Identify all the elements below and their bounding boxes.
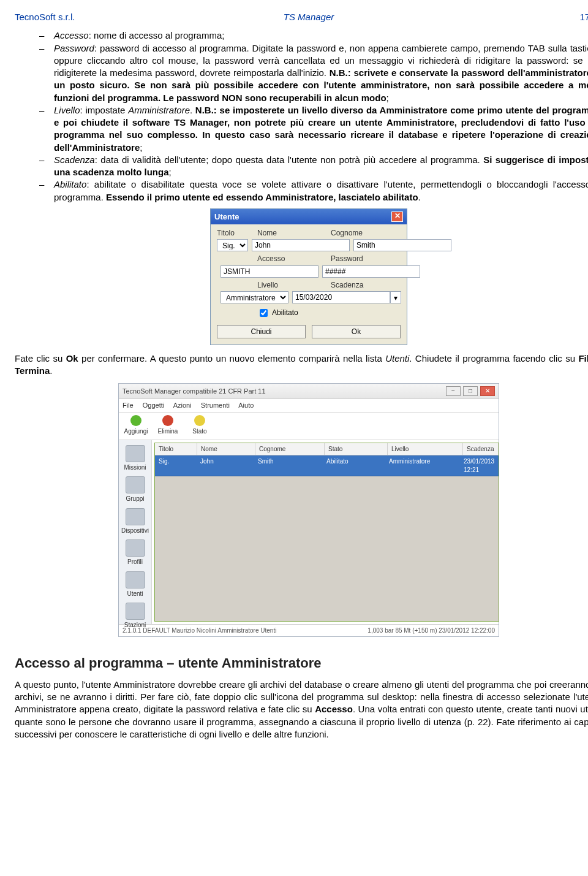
feature-list: Accesso: nome di accesso al programma; P…	[15, 29, 588, 204]
bullet-livello-text3: ;	[140, 142, 142, 153]
bullet-accesso-term: Accesso	[54, 30, 89, 40]
bullet-livello: Livello: impostate Amministratore. N.B.:…	[39, 104, 588, 154]
bullet-scadenza-text2: ;	[169, 167, 172, 177]
label-scadenza: Scadenza	[331, 280, 401, 290]
bullet-scadenza: Scadenza: data di validità dell'utente; …	[39, 154, 588, 179]
nome-field[interactable]	[252, 239, 350, 251]
app-window: TecnoSoft Manager compatibile 21 CFR Par…	[118, 383, 499, 637]
state-icon	[194, 415, 205, 426]
grid-col-stato[interactable]: Stato	[325, 443, 388, 455]
grid-col-nome[interactable]: Nome	[197, 443, 255, 455]
p-text3: . Chiudete il programma facendo clic su	[409, 353, 578, 364]
bullet-livello-text2: .	[190, 105, 195, 115]
calendar-icon[interactable]: ▾	[390, 291, 401, 303]
abilitato-text: Abilitato	[272, 308, 298, 318]
cell-stato: Abilitato	[323, 455, 385, 476]
app-titlebar[interactable]: TecnoSoft Manager compatibile 21 CFR Par…	[119, 384, 499, 399]
p-text4: .	[50, 365, 52, 376]
sidebar-label-missioni: Missioni	[124, 463, 146, 472]
toolbar-add-label: Aggiungi	[124, 427, 148, 436]
toolbar-state-label: Stato	[192, 427, 206, 436]
app-title-text: TecnoSoft Manager compatibile 21 CFR Par…	[123, 387, 266, 396]
password-field[interactable]	[322, 265, 420, 278]
livello-select[interactable]: Amministratore	[221, 291, 288, 303]
app-body: Missioni Gruppi Dispositivi Profili Uten…	[119, 440, 499, 624]
scadenza-field[interactable]	[292, 291, 390, 303]
app-grid: Titolo Nome Cognome Stato Livello Scaden…	[154, 443, 499, 622]
label-cognome: Cognome	[331, 228, 401, 238]
menu-azioni[interactable]: Azioni	[173, 402, 192, 409]
toolbar-state[interactable]: Stato	[186, 415, 213, 436]
titolo-select[interactable]: Sig.	[217, 239, 248, 251]
window-buttons: − □ ✕	[446, 386, 495, 396]
abilitato-checkbox[interactable]	[260, 309, 268, 317]
header-left: TecnoSoft s.r.l.	[15, 11, 211, 23]
cell-titolo: Sig.	[155, 455, 197, 476]
sidebar-label-utenti: Utenti	[127, 590, 143, 598]
cell-scadenza: 23/01/2013 12:21	[460, 455, 498, 476]
status-left: 2.1.0.1 DEFAULT Maurizio Nicolini Ammini…	[123, 627, 276, 635]
cell-nome: John	[197, 455, 254, 476]
bullet-abilitato-nb: Essendo il primo utente ed essendo Ammin…	[106, 192, 418, 202]
bullet-abilitato-text2: .	[418, 192, 421, 202]
toolbar-del-label: Elimina	[158, 427, 178, 436]
sidebar-item-missioni[interactable]: Missioni	[121, 445, 149, 472]
sidebar-item-dispositivi[interactable]: Dispositivi	[121, 508, 149, 535]
menu-strumenti[interactable]: Strumenti	[201, 402, 230, 409]
stazioni-icon	[126, 603, 145, 620]
label-password: Password	[331, 254, 401, 264]
menu-file[interactable]: File	[123, 402, 134, 409]
sidebar-label-dispositivi: Dispositivi	[121, 527, 149, 535]
bullet-livello-admin: Amministratore	[128, 105, 190, 115]
p-utenti: Utenti	[385, 353, 409, 364]
sidebar-item-stazioni[interactable]: Stazioni	[121, 603, 149, 630]
bullet-livello-term: Livello	[54, 105, 80, 115]
menu-oggetti[interactable]: Oggetti	[143, 402, 164, 409]
status-right: 1,003 bar 85 Mt (+150 m) 23/01/2012 12:2…	[368, 627, 495, 635]
label-accesso: Accesso	[257, 254, 327, 264]
chiudi-button[interactable]: Chiudi	[217, 325, 306, 338]
confirm-paragraph: Fate clic su Ok per confermare. A questo…	[15, 352, 588, 378]
header-right: 17/62	[407, 11, 588, 23]
toolbar-add[interactable]: Aggiungi	[123, 415, 149, 436]
sp-accesso: Accesso	[315, 704, 353, 714]
bullet-password-term: Password	[54, 43, 94, 53]
accesso-field[interactable]	[221, 265, 318, 278]
p-ok: Ok	[66, 353, 78, 364]
section-paragraph: A questo punto, l'utente Amministratore …	[15, 679, 588, 741]
table-row[interactable]: Sig. John Smith Abilitato Amministratore…	[155, 455, 498, 476]
bullet-scadenza-term: Scadenza	[54, 154, 95, 165]
cognome-field[interactable]	[353, 239, 451, 251]
sidebar-item-gruppi[interactable]: Gruppi	[121, 476, 149, 503]
bullet-livello-text1: : impostate	[80, 105, 129, 115]
minimize-icon[interactable]: −	[446, 386, 461, 396]
label-titolo: Titolo	[217, 228, 254, 238]
maximize-icon[interactable]: □	[463, 386, 478, 396]
grid-col-livello[interactable]: Livello	[388, 443, 463, 455]
label-nome: Nome	[257, 228, 327, 238]
cell-cognome: Smith	[254, 455, 323, 476]
grid-col-titolo[interactable]: Titolo	[155, 443, 197, 455]
menu-aiuto[interactable]: Aiuto	[238, 402, 254, 409]
close-window-icon[interactable]: ✕	[480, 386, 495, 396]
p-text2: per confermare. A questo punto un nuovo …	[78, 353, 385, 364]
dialog-titlebar[interactable]: Utente ✕	[211, 209, 407, 225]
grid-col-cognome[interactable]: Cognome	[255, 443, 325, 455]
label-livello: Livello	[257, 280, 327, 290]
ok-button[interactable]: Ok	[312, 325, 401, 338]
dialog-title-text: Utente	[214, 211, 239, 223]
bullet-accesso-text: : nome di accesso al programma;	[89, 30, 225, 40]
sidebar-item-utenti[interactable]: Utenti	[121, 571, 149, 598]
utente-dialog: Utente ✕ Titolo Nome Cognome Sig. Access…	[210, 208, 407, 345]
bullet-abilitato: Abilitato: abilitate o disabilitate ques…	[39, 178, 588, 204]
missioni-icon	[126, 445, 145, 462]
bullet-password: Password: password di accesso al program…	[39, 42, 588, 104]
sidebar-item-profili[interactable]: Profili	[121, 539, 149, 566]
abilitato-checkbox-label[interactable]: Abilitato	[257, 307, 298, 319]
grid-col-scadenza[interactable]: Scadenza	[463, 443, 498, 455]
bullet-password-text2: ;	[386, 93, 389, 103]
toolbar-del[interactable]: Elimina	[154, 415, 181, 436]
app-toolbar: Aggiungi Elimina Stato	[119, 413, 499, 440]
close-icon[interactable]: ✕	[391, 211, 403, 222]
app-menubar: File Oggetti Azioni Strumenti Aiuto	[119, 399, 499, 413]
